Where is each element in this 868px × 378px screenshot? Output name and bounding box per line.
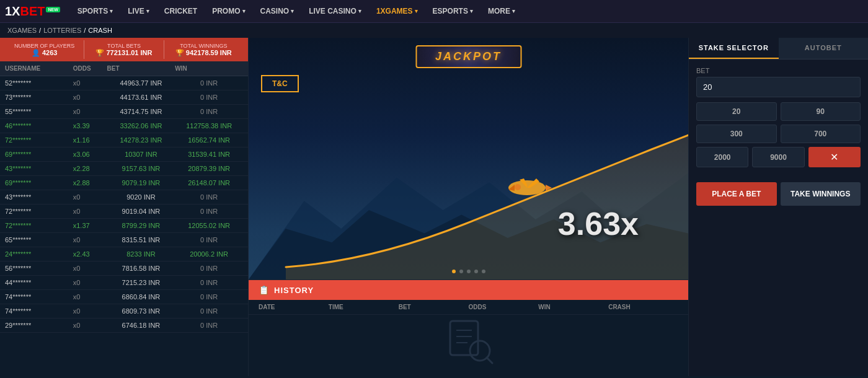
quick-bet-2000[interactable]: 2000 [696,147,748,167]
history-panel: 📋 HISTORY DATE TIME BET ODDS WIN CRASH [249,279,688,376]
stake-content: Bet 20 90 300 700 2000 9000 ✕ [689,59,868,182]
table-row: 65******* x0 8315.51 INR 0 INR [0,233,248,247]
table-row: 74******* x0 6860.84 INR 0 INR [0,290,248,304]
history-icon: 📋 [259,285,269,295]
table-row: 24******* x2.43 8233 INR 20006.2 INR [0,247,248,262]
game-curve [249,38,688,279]
tab-stake-selector[interactable]: STAKE SELECTOR [689,38,779,59]
quick-bet-buttons: 20 90 300 700 [696,102,861,143]
logo-new-badge: NEW [46,7,60,12]
multiplier-display: 3.63x [558,205,639,242]
center-panel: JACKPOT T&C 3.63x [248,38,688,376]
bet-table-body: 52******* x0 44963.77 INR 0 INR 73******… [0,76,248,376]
nav-cricket[interactable]: CRICKET [157,0,205,23]
main-layout: Number of players 👤 4263 Total bets 🏆 77… [0,38,868,376]
take-winnings-button[interactable]: TAKE WINNINGS [781,182,861,206]
bet-input[interactable] [696,77,861,97]
carousel-dots [249,270,688,273]
quick-bet-90[interactable]: 90 [781,102,861,121]
nav-1xgames[interactable]: 1XGAMES ▾ [369,0,425,23]
stat-players: Number of players 👤 4263 [5,42,84,58]
nav-live[interactable]: LIVE ▾ [120,0,157,23]
action-buttons: PLACE A BET TAKE WINNINGS [689,182,868,213]
table-row: 52******* x0 44963.77 INR 0 INR [0,76,248,90]
dot-3[interactable] [467,270,471,273]
table-row: 74******* x0 6809.73 INR 0 INR [0,304,248,319]
stake-panel: STAKE SELECTOR AUTOBET Bet 20 90 300 700… [688,38,868,376]
svg-line-13 [487,358,492,363]
empty-history-icon [444,315,494,374]
bets-icon: 🏆 [95,49,104,57]
table-row: 73******* x0 44173.61 INR 0 INR [0,90,248,105]
nav-esports[interactable]: ESPORTS ▾ [425,0,480,23]
table-row: 29******* x0 6746.18 INR 0 INR [0,319,248,333]
nav-sports[interactable]: SPORTS ▾ [70,0,120,23]
table-row: 46******* x3.39 33262.06 INR 112758.38 I… [0,119,248,133]
history-title: HISTORY [274,286,314,295]
breadcrumb: XGAMES / LOTTERIES / CRASH [0,23,868,38]
svg-rect-8 [450,321,478,355]
nav-items: SPORTS ▾ LIVE ▾ CRICKET PROMO ▾ CASINO ▾… [70,0,863,23]
table-row: 55******* x0 43714.75 INR 0 INR [0,105,248,119]
dot-1[interactable] [452,270,456,273]
tc-button[interactable]: T&C [261,75,299,92]
quick-bet-20[interactable]: 20 [696,102,777,121]
stat-total-winnings: Total winnings 🏆 942178.59 INR [164,42,243,58]
history-table-header: DATE TIME BET ODDS WIN CRASH [249,300,688,315]
nav-live-casino[interactable]: LIVE CASINO ▾ [301,0,369,23]
table-header: USERNAME ODDS BET WIN [0,61,248,76]
nav-more[interactable]: MORE ▾ [480,0,523,23]
stat-total-bets: Total bets 🏆 772131.01 INR [84,42,163,58]
breadcrumb-lotteries[interactable]: LOTTERIES [43,27,81,34]
table-row: 43******* x0 9020 INR 0 INR [0,190,248,204]
table-row: 56******* x0 7816.58 INR 0 INR [0,262,248,276]
quick-bet-buttons-2: 2000 9000 ✕ [696,147,861,167]
table-row: 69******* x3.06 10307 INR 31539.41 INR [0,147,248,162]
dot-5[interactable] [482,270,485,273]
nav-casino[interactable]: CASINO ▾ [253,0,302,23]
winnings-icon: 🏆 [175,49,184,57]
table-row: 72******* x1.16 14278.23 INR 16562.74 IN… [0,133,248,147]
logo[interactable]: 1XBET NEW [5,4,60,19]
table-row: 72******* x1.37 8799.29 INR 12055.02 INR [0,219,248,233]
nav-promo[interactable]: PROMO ▾ [205,0,252,23]
bet-table-panel: Number of players 👤 4263 Total bets 🏆 77… [0,38,248,376]
players-icon: 👤 [32,49,40,57]
tab-autobet[interactable]: AUTOBET [779,38,869,59]
history-header: 📋 HISTORY [249,280,688,300]
dot-4[interactable] [474,270,478,273]
svg-point-6 [515,184,521,190]
table-row: 43******* x2.28 9157.63 INR 20879.39 INR [0,162,248,176]
quick-bet-300[interactable]: 300 [696,125,777,143]
svg-marker-3 [546,185,552,191]
quick-bet-9000[interactable]: 9000 [752,147,804,167]
place-bet-button[interactable]: PLACE A BET [696,182,777,206]
plane-icon [502,166,552,205]
game-area: JACKPOT T&C 3.63x [249,38,688,279]
breadcrumb-xgames[interactable]: XGAMES [7,27,37,34]
breadcrumb-crash: CRASH [88,27,112,34]
table-row: 44******* x0 7215.23 INR 0 INR [0,276,248,290]
stats-bar: Number of players 👤 4263 Total bets 🏆 77… [0,38,248,61]
clear-button[interactable]: ✕ [808,147,861,167]
navigation: 1XBET NEW SPORTS ▾ LIVE ▾ CRICKET PROMO … [0,0,868,23]
jackpot-banner: JACKPOT [415,45,521,68]
dot-2[interactable] [459,270,463,273]
bet-label: Bet [696,67,861,74]
jackpot-text: JACKPOT [435,50,502,63]
quick-bet-700[interactable]: 700 [781,125,861,143]
history-empty-state [249,315,688,374]
table-row: 69******* x2.88 9079.19 INR 26148.07 INR [0,176,248,190]
table-row: 72******* x0 9019.04 INR 0 INR [0,204,248,219]
stake-tabs: STAKE SELECTOR AUTOBET [689,38,868,59]
